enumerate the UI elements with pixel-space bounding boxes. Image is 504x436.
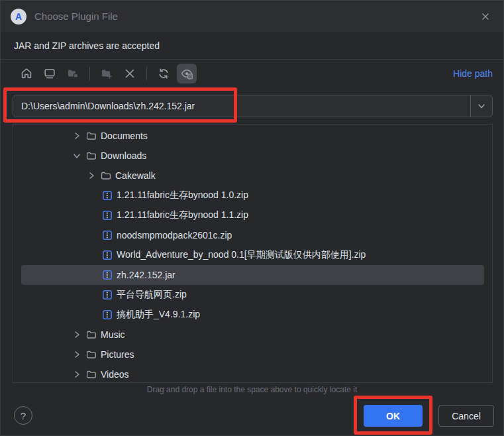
project-directory-icon <box>66 67 79 80</box>
tree-item[interactable]: 1.21.11fabric生存bynood 1.1.zip <box>21 205 484 225</box>
chevron-right-icon[interactable] <box>72 131 82 141</box>
dialog-title: Choose Plugin File <box>34 11 118 22</box>
tree-item-label: World_Adventure_by_nood 0.1[早期测试版仅供内部使用]… <box>117 249 366 261</box>
tree-item[interactable]: noodsmpmodpack2601c.zip <box>21 225 484 245</box>
tree-item-label: 1.21.11fabric生存bynood 1.0.zip <box>117 190 248 201</box>
tree-item-label: 1.21.11fabric生存bynood 1.1.zip <box>117 209 248 221</box>
chevron-right-icon[interactable] <box>72 349 82 360</box>
tree-item-label: 平台导航网页.zip <box>117 289 187 301</box>
tree-item[interactable]: World_Adventure_by_nood 0.1[早期测试版仅供内部使用]… <box>21 245 484 265</box>
archive-icon <box>102 210 113 221</box>
tree-item-label: Pictures <box>101 349 134 360</box>
archive-icon <box>102 230 113 241</box>
help-button[interactable]: ? <box>14 406 32 425</box>
drag-drop-hint: Drag and drop a file into the space abov… <box>1 385 503 394</box>
app-icon: A <box>11 9 26 25</box>
ok-button[interactable]: OK <box>364 405 423 427</box>
tree-item-label: zh.242.152.jar <box>117 270 176 280</box>
file-chooser-toolbar <box>17 62 197 85</box>
tree-item[interactable]: 平台导航网页.zip <box>21 285 484 305</box>
toolbar-new-folder-button <box>97 64 117 83</box>
close-button[interactable] <box>474 6 497 27</box>
tree-item-label: Documents <box>101 131 148 141</box>
delete-icon <box>123 67 136 80</box>
toolbar-refresh-button[interactable] <box>154 64 174 83</box>
file-tree: DocumentsDownloadsCakewalk1.21.11fabric生… <box>13 124 493 383</box>
desktop-icon <box>43 67 56 80</box>
tree-item[interactable]: Documents <box>21 126 484 146</box>
cancel-button[interactable]: Cancel <box>438 405 494 427</box>
chevron-down-icon <box>476 100 487 112</box>
folder-icon <box>86 150 97 161</box>
folder-icon <box>86 349 97 360</box>
tree-item[interactable]: Pictures <box>21 345 484 364</box>
chevron-right-icon[interactable] <box>86 170 97 181</box>
archive-icon <box>102 190 113 201</box>
hide-path-link[interactable]: Hide path <box>453 62 493 85</box>
tree-item-label: 搞机助手_V4.9.1.zip <box>117 309 200 321</box>
show-hidden-files-icon <box>180 67 193 80</box>
tree-item-label: Cakewalk <box>115 170 156 181</box>
tree-item[interactable]: Videos <box>21 364 484 383</box>
path-input[interactable] <box>13 95 470 117</box>
tree-item[interactable]: Downloads <box>21 146 484 166</box>
toolbar-desktop-button[interactable] <box>40 64 60 83</box>
tree-item[interactable]: zh.242.152.jar <box>21 265 484 285</box>
path-dropdown-button[interactable] <box>470 95 492 117</box>
toolbar-separator <box>89 67 90 80</box>
archive-icon <box>102 270 113 280</box>
tree-item[interactable]: Music <box>21 325 484 345</box>
tree-item[interactable]: 搞机助手_V4.9.1.zip <box>21 305 484 325</box>
folder-icon <box>86 131 97 141</box>
tree-item-label: Music <box>101 329 125 340</box>
home-icon <box>20 67 33 80</box>
toolbar-show-hidden-files-button[interactable] <box>177 64 197 83</box>
toolbar-project-directory-button <box>63 64 83 83</box>
folder-icon <box>86 329 97 340</box>
subheader: JAR and ZIP archives are accepted <box>1 32 503 60</box>
new-folder-icon <box>100 67 113 80</box>
chevron-right-icon[interactable] <box>72 329 82 340</box>
title-bar: A Choose Plugin File <box>1 1 503 32</box>
tree-item-label: Downloads <box>101 150 146 161</box>
close-icon <box>480 11 491 22</box>
archive-icon <box>102 309 113 320</box>
tree-item-label: Videos <box>101 369 129 380</box>
accepted-formats-message: JAR and ZIP archives are accepted <box>14 40 160 51</box>
toolbar-delete-button[interactable] <box>120 64 140 83</box>
chevron-down-icon[interactable] <box>72 150 82 161</box>
toolbar-home-button[interactable] <box>17 64 36 83</box>
tree-item[interactable]: Cakewalk <box>21 166 484 186</box>
folder-icon <box>101 170 111 181</box>
folder-icon <box>86 369 97 380</box>
refresh-icon <box>157 67 170 80</box>
path-combobox <box>13 95 493 117</box>
choose-plugin-file-dialog: A Choose Plugin File JAR and ZIP archive… <box>0 0 504 436</box>
archive-icon <box>102 290 113 300</box>
chevron-right-icon[interactable] <box>72 369 82 380</box>
tree-item[interactable]: 1.21.11fabric生存bynood 1.0.zip <box>21 186 484 205</box>
toolbar-separator <box>146 67 147 80</box>
archive-icon <box>102 250 113 260</box>
tree-item-label: noodsmpmodpack2601c.zip <box>117 230 232 241</box>
